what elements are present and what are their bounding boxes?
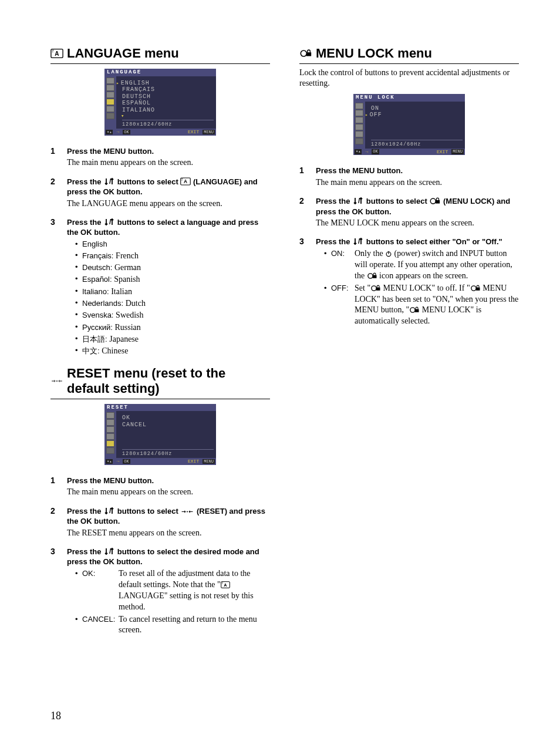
language-list: English Français: French Deutsch: German… [67, 239, 270, 358]
step-head: Press the MENU button. [67, 476, 270, 486]
language-steps: Press the MENU button. The main menu app… [50, 146, 270, 358]
manual-page: LANGUAGE menu LANGUAGE ENGLISH FRANÇAIS … [0, 0, 560, 748]
osd-item: DEUTSCH [122, 93, 214, 100]
step-head: Press the MENU button. [67, 146, 270, 157]
step-body: The RESET menu appears on the screen. [67, 528, 270, 538]
language-heading: LANGUAGE menu [50, 46, 270, 64]
list-item: 日本語: Japanese [75, 333, 270, 345]
list-item: Español: Spanish [75, 274, 270, 285]
reset-icon [50, 376, 63, 386]
updown-icon [103, 177, 115, 186]
updown-icon [103, 547, 115, 555]
osd-item: ITALIANO [122, 107, 214, 114]
step-body: The main menu appears on the screen. [316, 177, 519, 188]
osd-item: ON [371, 105, 463, 112]
osd-title: MENU LOCK [353, 94, 465, 102]
list-item: Français: French [75, 250, 270, 262]
osd-item: ESPAÑOL [122, 100, 214, 107]
updown-icon [352, 237, 364, 245]
reset-heading: RESET menu (reset to the default setting… [50, 366, 270, 399]
step: Press the buttons to select a language a… [50, 217, 270, 358]
osd-sidebar [104, 76, 116, 129]
menulock-heading: MENU LOCK menu [299, 46, 519, 64]
reset-title: RESET menu (reset to the default setting… [67, 366, 270, 396]
right-column: MENU LOCK menu Lock the control of butto… [299, 46, 519, 644]
list-item: Italiano: Italian [75, 286, 270, 298]
step: Press the buttons to select (RESET) and … [50, 506, 270, 538]
step-body: The main menu appears on the screen. [67, 487, 270, 497]
osd-status: 1280x1024/60Hz [122, 120, 214, 127]
step: Press the buttons to select (MENU LOCK) … [299, 196, 519, 228]
def-row: • CANCEL: To cancel resetting and return… [67, 614, 270, 636]
step-head: Press the buttons to select (MENU LOCK) … [316, 196, 519, 217]
list-item: English [75, 239, 270, 250]
lock-icon [367, 272, 377, 279]
step: Press the MENU button. The main menu app… [50, 146, 270, 169]
step-head: Press the buttons to select a language a… [67, 217, 270, 238]
lock-icon [470, 285, 481, 292]
osd-item: CANCEL [122, 422, 214, 429]
osd-item: ENGLISH [122, 80, 214, 87]
menulock-intro: Lock the control of buttons to prevent a… [299, 68, 519, 88]
step-head: Press the MENU button. [316, 166, 519, 176]
step-body: The LANGUAGE menu appears on the screen. [67, 198, 270, 209]
osd-footer: ▾▴→ OK EXIT MENU [104, 129, 216, 136]
step-head: Press the buttons to select either "On" … [316, 237, 519, 247]
reset-icon [180, 508, 194, 515]
step: Press the buttons to select either "On" … [299, 237, 519, 327]
step-head: Press the buttons to select the desired … [67, 547, 270, 567]
step: Press the buttons to select the desired … [50, 547, 270, 636]
osd-status: 1280x1024/60Hz [371, 140, 463, 147]
updown-icon [103, 507, 115, 515]
osd-title: RESET [104, 404, 216, 412]
language-icon [50, 48, 63, 59]
list-item: Русский: Russian [75, 322, 270, 333]
def-row: • ON: Only the (power) switch and INPUT … [316, 248, 519, 282]
menulock-osd: MENU LOCK ON OFF 1280x1024/60Hz [353, 94, 465, 155]
page-number: 18 [50, 710, 61, 722]
reset-osd: RESET OK CANCEL 1280x1024/60Hz [104, 404, 216, 465]
lock-icon [299, 48, 312, 59]
power-icon [385, 250, 392, 257]
list-item: Svenska: Swedish [75, 309, 270, 321]
language-icon [180, 177, 191, 186]
osd-item: OFF [371, 112, 463, 119]
def-row: • OK: To reset all of the adjustment dat… [67, 568, 270, 613]
step: Press the buttons to select (LANGUAGE) a… [50, 177, 270, 209]
osd-item: FRANÇAIS [122, 86, 214, 93]
language-osd: LANGUAGE ENGLISH FRANÇAIS DEUTSCH ESPAÑO… [104, 69, 216, 136]
osd-item: OK [122, 415, 214, 422]
step-body: The main menu appears on the screen. [67, 157, 270, 168]
left-column: LANGUAGE menu LANGUAGE ENGLISH FRANÇAIS … [50, 46, 270, 644]
step-body: The MENU LOCK menu appears on the screen… [316, 218, 519, 228]
step-head: Press the buttons to select (RESET) and … [67, 506, 270, 527]
updown-icon [103, 218, 115, 226]
osd-title: LANGUAGE [104, 69, 216, 76]
menulock-steps: Press the MENU button. The main menu app… [299, 166, 519, 327]
step: Press the MENU button. The main menu app… [299, 166, 519, 188]
reset-steps: Press the MENU button. The main menu app… [50, 476, 270, 636]
lock-icon [370, 285, 381, 292]
osd-footer: ▾▴→ OK EXIT MENU [353, 149, 465, 156]
list-item: 中文: Chinese [75, 345, 270, 357]
lock-icon [409, 306, 420, 314]
language-icon [221, 581, 230, 588]
updown-icon [352, 197, 364, 205]
step: Press the MENU button. The main menu app… [50, 476, 270, 498]
list-item: Nederlands: Dutch [75, 298, 270, 309]
osd-sidebar [104, 411, 116, 458]
list-item: Deutsch: German [75, 262, 270, 274]
menulock-title: MENU LOCK menu [316, 46, 432, 61]
def-row: • OFF: Set " MENU LOCK" to off. If " MEN… [316, 283, 519, 328]
osd-footer: ▾▴→ OK EXIT MENU [104, 458, 216, 465]
language-title: LANGUAGE menu [67, 46, 179, 61]
osd-status: 1280x1024/60Hz [122, 449, 214, 457]
lock-icon [429, 197, 441, 205]
step-head: Press the buttons to select (LANGUAGE) a… [67, 177, 270, 197]
osd-sidebar [353, 102, 365, 149]
